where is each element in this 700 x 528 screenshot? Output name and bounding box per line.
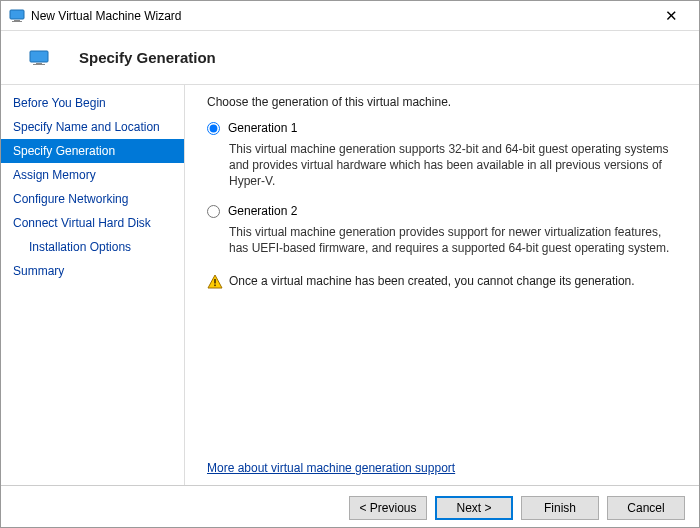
svg-rect-4 [36, 63, 42, 64]
svg-rect-7 [214, 279, 216, 284]
option-label: Generation 2 [228, 204, 297, 218]
step-configure-networking[interactable]: Configure Networking [1, 187, 184, 211]
monitor-icon [9, 8, 25, 24]
monitor-icon [29, 50, 49, 66]
svg-rect-0 [10, 10, 24, 19]
warning-text: Once a virtual machine has been created,… [229, 274, 635, 288]
previous-button[interactable]: < Previous [349, 496, 427, 520]
page-title: Specify Generation [79, 49, 216, 66]
wizard-header: Specify Generation [1, 31, 699, 85]
option-desc-generation-1: This virtual machine generation supports… [229, 141, 681, 190]
cancel-button[interactable]: Cancel [607, 496, 685, 520]
step-summary[interactable]: Summary [1, 259, 184, 283]
svg-rect-8 [214, 284, 216, 286]
next-button[interactable]: Next > [435, 496, 513, 520]
link-more-about-generation[interactable]: More about virtual machine generation su… [207, 451, 681, 475]
step-before-you-begin[interactable]: Before You Begin [1, 91, 184, 115]
close-button[interactable]: ✕ [651, 7, 691, 25]
wizard-steps-sidebar: Before You Begin Specify Name and Locati… [1, 85, 185, 485]
svg-rect-5 [33, 64, 45, 65]
option-generation-2[interactable]: Generation 2 [207, 204, 681, 218]
radio-generation-2[interactable] [207, 205, 220, 218]
option-label: Generation 1 [228, 121, 297, 135]
warning-row: Once a virtual machine has been created,… [207, 274, 681, 290]
step-specify-name-location[interactable]: Specify Name and Location [1, 115, 184, 139]
warning-icon [207, 274, 223, 290]
wizard-footer: < Previous Next > Finish Cancel [1, 485, 699, 528]
window-title: New Virtual Machine Wizard [31, 9, 651, 23]
step-installation-options[interactable]: Installation Options [1, 235, 184, 259]
step-assign-memory[interactable]: Assign Memory [1, 163, 184, 187]
svg-rect-3 [30, 51, 48, 62]
step-connect-vhd[interactable]: Connect Virtual Hard Disk [1, 211, 184, 235]
option-generation-1[interactable]: Generation 1 [207, 121, 681, 135]
titlebar: New Virtual Machine Wizard ✕ [1, 1, 699, 31]
svg-rect-2 [12, 21, 22, 22]
step-specify-generation[interactable]: Specify Generation [1, 139, 184, 163]
radio-generation-1[interactable] [207, 122, 220, 135]
wizard-content: Choose the generation of this virtual ma… [185, 85, 699, 485]
finish-button[interactable]: Finish [521, 496, 599, 520]
svg-rect-1 [14, 20, 20, 21]
option-desc-generation-2: This virtual machine generation provides… [229, 224, 681, 256]
prompt-text: Choose the generation of this virtual ma… [207, 95, 681, 109]
